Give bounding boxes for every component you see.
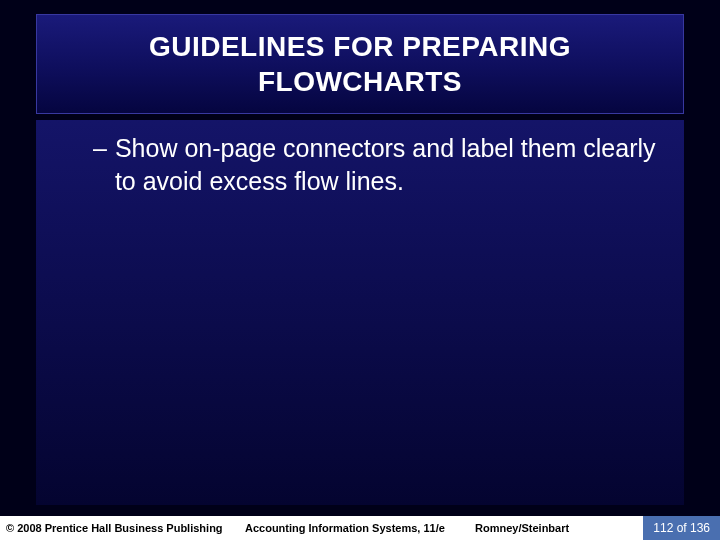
slide-container: GUIDELINES FOR PREPARING FLOWCHARTS – Sh… (0, 0, 720, 540)
title-box: GUIDELINES FOR PREPARING FLOWCHARTS (36, 14, 684, 114)
content-area: – Show on-page connectors and label them… (36, 120, 684, 505)
footer-book-title: Accounting Information Systems, 11/e (245, 522, 475, 534)
footer-copyright: © 2008 Prentice Hall Business Publishing (0, 522, 245, 534)
slide-title: GUIDELINES FOR PREPARING FLOWCHARTS (77, 29, 643, 99)
bullet-text: Show on-page connectors and label them c… (115, 132, 659, 197)
footer-authors: Romney/Steinbart (475, 522, 643, 534)
footer: © 2008 Prentice Hall Business Publishing… (0, 516, 720, 540)
page-counter: 112 of 136 (643, 516, 720, 540)
bullet-dash: – (93, 132, 107, 165)
bullet-item: – Show on-page connectors and label them… (61, 132, 659, 197)
